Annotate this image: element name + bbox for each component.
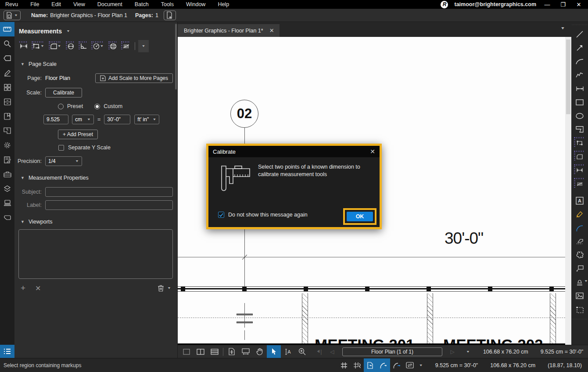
canvas-scrollbar[interactable]	[565, 37, 571, 345]
highlighter-tool-button[interactable]	[573, 207, 586, 221]
sidebar-item-measurements[interactable]	[0, 22, 14, 36]
sidebar-item-markup-summary[interactable]	[0, 152, 14, 167]
menu-revu[interactable]: Revu	[5, 1, 18, 7]
label-input[interactable]	[45, 200, 173, 210]
dialog-close-icon[interactable]: ✕	[370, 148, 375, 155]
text-box-tool-button[interactable]: A	[573, 194, 586, 207]
viewports-section-header[interactable]: ▼ Viewports	[21, 219, 177, 225]
select-text-button[interactable]: A	[281, 345, 295, 358]
measure-count-tool-button[interactable]	[573, 177, 586, 191]
side-by-side-view-button[interactable]	[194, 345, 208, 358]
menu-file[interactable]: File	[30, 1, 39, 7]
preset-radio[interactable]	[58, 104, 64, 109]
sidebar-item-properties[interactable]	[0, 138, 14, 152]
panel-scrollbar[interactable]	[175, 24, 177, 90]
image-tool-button[interactable]	[573, 289, 586, 303]
menu-tools[interactable]: Tools	[161, 1, 174, 7]
tab-close-icon[interactable]: ✕	[269, 27, 274, 34]
reuse-document-button[interactable]	[364, 358, 377, 372]
pan-tool-button[interactable]	[253, 345, 267, 358]
document-tab[interactable]: Brighter Graphics - Floor Plan 1* ✕	[178, 24, 280, 37]
menu-edit[interactable]: Edit	[51, 1, 61, 7]
new-page-button[interactable]	[164, 11, 176, 20]
menu-document[interactable]: Document	[97, 1, 122, 7]
cloud-tool-button[interactable]	[573, 248, 586, 262]
add-preset-button[interactable]: + Add Preset	[58, 130, 98, 139]
tab-list-chevron-icon[interactable]: ▼	[560, 26, 565, 30]
next-page-button[interactable]: ▷	[446, 349, 459, 355]
menu-help[interactable]: Help	[218, 1, 229, 7]
sync-markup-button[interactable]	[390, 358, 403, 372]
count-tool-button[interactable]	[120, 40, 132, 52]
diameter-tool-button[interactable]	[65, 40, 76, 52]
calibrate-button[interactable]: Calibrate	[45, 88, 82, 98]
remove-viewport-button[interactable]: ✕	[35, 284, 41, 293]
polylength-tool-button[interactable]: ▼	[31, 40, 47, 52]
fit-width-button[interactable]	[239, 345, 253, 358]
chevron-down-icon[interactable]: ▼	[167, 286, 171, 290]
length-tool-button[interactable]	[18, 40, 29, 52]
measurement-properties-section-header[interactable]: ▼ Measurement Properties	[21, 175, 177, 181]
menu-window[interactable]: Window	[186, 1, 205, 7]
polygon-tool-button[interactable]	[573, 123, 586, 136]
viewports-list[interactable]	[18, 229, 173, 279]
reuse-markup-button[interactable]	[377, 358, 390, 372]
minimize-button[interactable]: —	[542, 1, 552, 8]
precision-select[interactable]: 1/4▼	[45, 156, 82, 166]
dimension-tool-button[interactable]	[573, 82, 586, 95]
page-options-chevron-icon[interactable]: ▼	[466, 350, 470, 354]
arrow-tool-button[interactable]	[573, 41, 586, 54]
sidebar-item-spaces[interactable]	[0, 123, 14, 138]
angle-tool-button[interactable]	[78, 40, 89, 52]
snap-to-grid-button[interactable]	[351, 358, 364, 372]
measure-polylength-tool-button[interactable]	[573, 136, 586, 150]
add-viewport-button[interactable]: +	[21, 283, 25, 293]
sidebar-item-links[interactable]	[0, 210, 14, 225]
fit-page-button[interactable]	[225, 345, 239, 358]
scale-value-input[interactable]	[43, 115, 68, 124]
menu-view[interactable]: View	[73, 1, 85, 7]
unit-select[interactable]: cm▼	[72, 115, 94, 124]
target-unit-select[interactable]: ft' in"▼	[134, 115, 159, 124]
select-tool-button[interactable]	[267, 345, 281, 358]
sidebar-item-tool-chest[interactable]	[0, 167, 14, 181]
add-scale-to-more-pages-button[interactable]: Add Scale to More Pages	[95, 73, 173, 83]
sidebar-item-file-access[interactable]	[0, 94, 14, 109]
markups-list-button[interactable]	[0, 345, 14, 358]
page-navigation-field[interactable]	[342, 347, 442, 356]
page-scale-section-header[interactable]: ▼ Page Scale	[21, 61, 177, 67]
eraser-tool-button[interactable]	[573, 235, 586, 248]
do-not-show-checkbox[interactable]	[218, 212, 224, 218]
dialog-titlebar[interactable]: Calibrate ✕	[208, 146, 380, 157]
pen-tool-button[interactable]	[573, 221, 586, 235]
radius-tool-button[interactable]: ▼	[90, 40, 106, 52]
sidebar-item-thumbnails[interactable]	[0, 80, 14, 94]
rectangle-tool-button[interactable]	[573, 95, 586, 109]
target-value-input[interactable]	[104, 115, 130, 124]
line-tool-button[interactable]	[573, 27, 586, 41]
measure-area-tool-button[interactable]	[573, 150, 586, 163]
arc-tool-button[interactable]	[573, 54, 586, 68]
close-button[interactable]: ✕	[574, 1, 584, 8]
ellipse-tool-button[interactable]	[573, 109, 586, 123]
area-tool-button[interactable]: ▼	[48, 40, 64, 52]
sidebar-item-bookmarks[interactable]	[0, 109, 14, 123]
callout-tool-button[interactable]	[573, 262, 586, 275]
swap-button[interactable]	[403, 358, 416, 372]
stamp-tool-button[interactable]: ▼	[573, 275, 586, 289]
trash-icon[interactable]	[158, 285, 164, 292]
restore-button[interactable]: ❐	[558, 1, 568, 8]
status-options-chevron-icon[interactable]: ▼	[419, 364, 423, 367]
volume-tool-button[interactable]	[108, 40, 119, 52]
snapshot-tool-button[interactable]	[573, 303, 586, 316]
zoom-tool-button[interactable]	[295, 345, 309, 358]
separate-y-checkbox[interactable]	[58, 145, 64, 151]
split-horizontal-view-button[interactable]	[208, 345, 222, 358]
single-page-view-button[interactable]	[179, 345, 194, 358]
custom-radio[interactable]	[94, 104, 100, 109]
sidebar-item-search[interactable]	[0, 36, 14, 51]
document-select-button[interactable]: ▼	[4, 11, 21, 20]
ok-button[interactable]: OK	[347, 212, 373, 221]
grid-toggle-button[interactable]	[337, 358, 351, 372]
account-email[interactable]: taimoor@brightergraphics.com	[454, 1, 536, 7]
